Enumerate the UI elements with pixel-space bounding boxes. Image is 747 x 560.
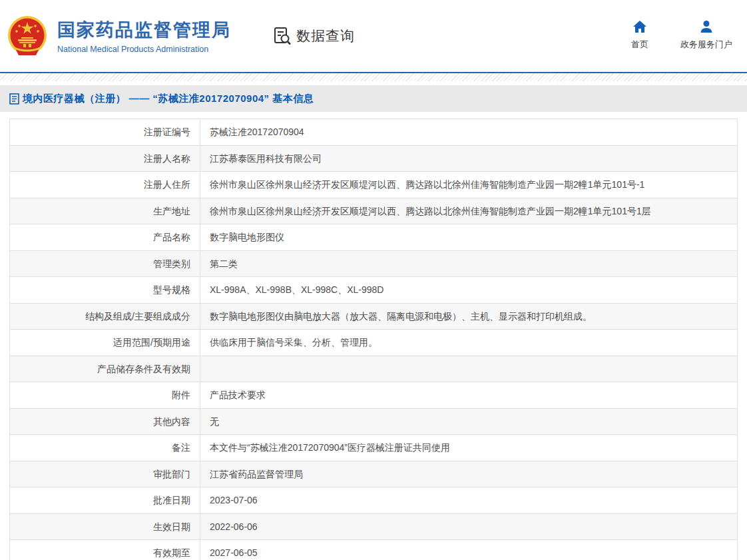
row-label-text: 附件	[172, 390, 190, 400]
row-value-text: 2022-06-06	[210, 521, 258, 532]
nav-gov-portal[interactable]: 政务服务门户	[680, 20, 732, 51]
hatched-divider	[0, 73, 747, 81]
row-label: 有效期至	[10, 540, 200, 560]
row-value: 江苏慕泰医用科技有限公司	[200, 145, 738, 172]
table-row: 管理类别第二类	[10, 250, 738, 277]
breadcrumb-bar: 境内医疗器械（注册） —— “苏械注准20172070904” 基本信息	[0, 85, 747, 112]
site-title: 国家药品监督管理局	[57, 18, 231, 42]
row-value-text: 数字脑电地形图仪由脑电放大器（放大器、隔离电源和电极）、主机、显示器和打印机组成…	[210, 311, 592, 322]
row-label-text: 注册人住所	[144, 179, 190, 190]
row-value: 2027-06-05	[200, 540, 738, 560]
table-row: 注册人住所徐州市泉山区徐州泉山经济开发区顺堤河以西、腾达路以北徐州佳海智能制造产…	[10, 172, 738, 198]
table-row: 有效期至2027-06-05	[10, 540, 738, 560]
row-label: 批准日期	[10, 487, 200, 514]
row-value: 2023-07-06	[200, 487, 738, 514]
row-label: 适用范围/预期用途	[10, 330, 200, 356]
row-label: 生效日期	[10, 513, 200, 540]
row-label: 生产地址	[10, 198, 200, 224]
row-label-text: 型号规格	[153, 284, 190, 295]
row-value-text: 苏械注准20172070904	[210, 127, 304, 137]
row-label-text: 审批部门	[153, 469, 190, 479]
row-label: 注册人住所	[10, 172, 200, 198]
table-row: 型号规格XL-998A、XL-998B、XL-998C、XL-998D	[10, 277, 738, 304]
row-label: 其他内容	[10, 408, 200, 435]
data-query-icon	[272, 26, 292, 46]
row-value-text: 江苏省药品监督管理局	[210, 469, 303, 479]
table-row: 产品名称数字脑电地形图仪	[10, 224, 738, 251]
row-label: 产品名称	[10, 224, 200, 251]
row-label-text: 生效日期	[153, 521, 190, 532]
home-icon	[632, 20, 647, 33]
row-value-text: 江苏慕泰医用科技有限公司	[210, 153, 322, 164]
row-label: 管理类别	[10, 250, 200, 277]
row-value-text: 2027-06-05	[210, 547, 258, 558]
table-row: 批准日期2023-07-06	[10, 487, 738, 514]
row-value-text: XL-998A、XL-998B、XL-998C、XL-998D	[210, 284, 383, 295]
breadcrumb: 境内医疗器械（注册） —— “苏械注准20172070904” 基本信息	[23, 93, 314, 105]
row-label-text: 备注	[172, 442, 190, 453]
row-value-text: 徐州市泉山区徐州泉山经济开发区顺堤河以西、腾达路以北徐州佳海智能制造产业园一期2…	[210, 179, 644, 190]
data-query-section[interactable]: 数据查询	[272, 26, 355, 46]
row-value-text: 本文件与“苏械注准20172070904”医疗器械注册证共同使用	[210, 442, 450, 453]
row-label: 结构及组成/主要组成成分	[10, 303, 200, 330]
row-value: 徐州市泉山区徐州泉山经济开发区顺堤河以西、腾达路以北徐州佳海智能制造产业园一期2…	[200, 172, 738, 198]
row-label: 审批部门	[10, 461, 200, 487]
row-label-text: 管理类别	[153, 258, 190, 269]
table-row: 备注本文件与“苏械注准20172070904”医疗器械注册证共同使用	[10, 435, 738, 461]
row-value: 江苏省药品监督管理局	[200, 461, 738, 487]
row-value: 产品技术要求	[200, 382, 738, 409]
row-label-text: 产品储存条件及有效期	[97, 364, 190, 374]
nav-home[interactable]: 首页	[631, 20, 648, 51]
table-row: 审批部门江苏省药品监督管理局	[10, 461, 738, 487]
row-value: 苏械注准20172070904	[200, 119, 738, 146]
row-value-text: 数字脑电地形图仪	[210, 232, 284, 242]
row-value: XL-998A、XL-998B、XL-998C、XL-998D	[200, 277, 738, 304]
header-nav: 首页 政务服务门户	[631, 20, 732, 51]
user-icon	[699, 20, 714, 33]
row-value: 无	[200, 408, 738, 435]
registration-info-table-wrap: 注册证编号苏械注准20172070904注册人名称江苏慕泰医用科技有限公司注册人…	[9, 119, 738, 560]
row-label: 备注	[10, 435, 200, 461]
row-value: 2022-06-06	[200, 513, 738, 540]
table-row: 生产地址徐州市泉山区徐州泉山经济开发区顺堤河以西、腾达路以北徐州佳海智能制造产业…	[10, 198, 738, 224]
row-value: 数字脑电地形图仪由脑电放大器（放大器、隔离电源和电极）、主机、显示器和打印机组成…	[200, 303, 738, 330]
nmpa-emblem-logo	[7, 15, 48, 57]
row-label-text: 适用范围/预期用途	[113, 337, 190, 348]
row-label: 注册证编号	[10, 119, 200, 146]
row-label-text: 有效期至	[153, 547, 190, 558]
table-row: 适用范围/预期用途供临床用于脑信号采集、分析、管理用。	[10, 330, 738, 356]
row-label-text: 产品名称	[153, 232, 190, 242]
table-row: 注册证编号苏械注准20172070904	[10, 119, 738, 146]
row-value-text: 产品技术要求	[210, 390, 266, 400]
row-label-text: 结构及组成/主要组成成分	[85, 311, 190, 322]
table-row: 注册人名称江苏慕泰医用科技有限公司	[10, 145, 738, 172]
row-value-text: 无	[210, 416, 219, 427]
site-title-block: 国家药品监督管理局 National Medical Products Admi…	[57, 18, 231, 54]
row-label: 型号规格	[10, 277, 200, 304]
registration-info-table: 注册证编号苏械注准20172070904注册人名称江苏慕泰医用科技有限公司注册人…	[9, 119, 738, 560]
row-value: 本文件与“苏械注准20172070904”医疗器械注册证共同使用	[200, 435, 738, 461]
row-label-text: 批准日期	[153, 495, 190, 505]
document-icon	[9, 93, 19, 105]
table-row: 生效日期2022-06-06	[10, 513, 738, 540]
nav-home-label: 首页	[631, 39, 648, 51]
row-value: 第二类	[200, 250, 738, 277]
row-value-text: 2023-07-06	[210, 495, 258, 505]
row-value-text: 徐州市泉山区徐州泉山经济开发区顺堤河以西、腾达路以北徐州佳海智能制造产业园一期2…	[210, 206, 651, 216]
row-value-text: 供临床用于脑信号采集、分析、管理用。	[210, 337, 377, 348]
row-label-text: 注册证编号	[144, 127, 190, 137]
row-value: 数字脑电地形图仪	[200, 224, 738, 251]
row-label: 附件	[10, 382, 200, 409]
row-label-text: 生产地址	[153, 206, 190, 216]
row-label-text: 注册人名称	[144, 153, 190, 164]
data-query-label: 数据查询	[296, 27, 355, 45]
table-row: 其他内容无	[10, 408, 738, 435]
nav-gov-portal-label: 政务服务门户	[680, 39, 732, 51]
row-value	[200, 356, 738, 382]
table-row: 附件产品技术要求	[10, 382, 738, 409]
table-row: 产品储存条件及有效期	[10, 356, 738, 382]
row-value-text: 第二类	[210, 258, 238, 269]
page-header: 国家药品监督管理局 National Medical Products Admi…	[0, 0, 747, 73]
row-value: 徐州市泉山区徐州泉山经济开发区顺堤河以西、腾达路以北徐州佳海智能制造产业园一期2…	[200, 198, 738, 224]
row-value: 供临床用于脑信号采集、分析、管理用。	[200, 330, 738, 356]
